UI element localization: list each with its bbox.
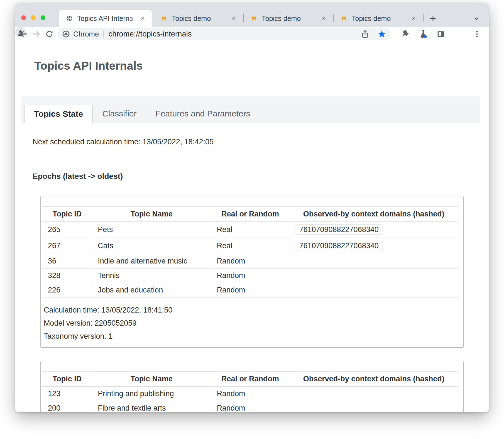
topic-name-cell: Jobs and education xyxy=(92,283,211,297)
calculation-time: Calculation time: 13/05/2022, 18:41:50 xyxy=(44,306,458,314)
topic-id-cell: 265 xyxy=(42,222,92,238)
tab-title: Topics demo xyxy=(352,14,391,23)
topics-tab-box: Topics State Classifier Features and Par… xyxy=(21,96,480,412)
topic-id-cell: 36 xyxy=(42,254,92,269)
omnibox-divider xyxy=(103,31,104,37)
tab-topics-state[interactable]: Topics State xyxy=(24,105,93,123)
table-row: 226Jobs and educationRandom xyxy=(42,283,458,297)
table-row: 328TennisRandom xyxy=(42,269,458,283)
col-real-or-random: Real or Random xyxy=(211,207,289,222)
globe-icon xyxy=(66,15,73,22)
tab-close-icon[interactable] xyxy=(410,14,418,22)
back-button[interactable] xyxy=(18,28,29,40)
tab-close-icon[interactable] xyxy=(230,14,238,22)
col-observed-domains: Observed-by context domains (hashed) xyxy=(289,207,458,222)
table-row: 267CatsReal7610709088227068340 xyxy=(42,238,458,254)
topic-name-cell: Indie and alternative music xyxy=(92,254,211,269)
observed-domains-cell xyxy=(289,254,458,269)
observed-domains-cell: 7610709088227068340 xyxy=(289,238,458,254)
window-minimize-button[interactable] xyxy=(31,15,36,20)
tab-separator xyxy=(423,14,424,22)
topic-name-cell: Tennis xyxy=(92,269,211,283)
topic-name-cell: Pets xyxy=(92,222,211,238)
side-panel-icon[interactable] xyxy=(435,28,446,40)
browser-tab-topics-demo-3[interactable]: Topics demo xyxy=(334,10,423,27)
observed-domains-cell xyxy=(289,387,458,401)
browser-tabstrip: Topics API Internals Topics demo Topics … xyxy=(15,3,489,27)
cat-icon xyxy=(160,15,168,22)
topic-id-cell: 267 xyxy=(42,238,92,254)
share-icon[interactable] xyxy=(360,29,370,39)
hashed-domain-chip: 7610709088227068340 xyxy=(295,241,383,251)
bookmark-star-icon[interactable] xyxy=(377,29,387,39)
table-header-row: Topic ID Topic Name Real or Random Obser… xyxy=(42,372,458,387)
real-or-random-cell: Random xyxy=(211,387,289,401)
browser-tab-topics-demo-1[interactable]: Topics demo xyxy=(154,10,243,27)
forward-button[interactable] xyxy=(31,28,42,40)
url-text: chrome://topics-internals xyxy=(108,30,192,38)
new-tab-button[interactable] xyxy=(428,13,438,23)
menu-dots-icon[interactable] xyxy=(471,28,483,40)
browser-tab-topics-internals[interactable]: Topics API Internals xyxy=(59,10,152,27)
col-topic-name: Topic Name xyxy=(92,372,211,387)
table-row: 265PetsReal7610709088227068340 xyxy=(42,222,458,238)
browser-window: Topics API Internals Topics demo Topics … xyxy=(15,3,489,412)
window-close-button[interactable] xyxy=(21,15,26,20)
real-or-random-cell: Random xyxy=(211,269,289,283)
epochs-heading: Epochs (latest -> oldest) xyxy=(33,172,464,181)
real-or-random-cell: Random xyxy=(211,401,289,413)
table-row: 200Fibre and textile artsRandom xyxy=(42,401,458,413)
epoch-box: Topic ID Topic Name Real or Random Obser… xyxy=(40,196,464,348)
reload-button[interactable] xyxy=(44,28,55,40)
observed-domains-cell xyxy=(289,269,458,283)
epoch-table: Topic ID Topic Name Real or Random Obser… xyxy=(42,206,458,297)
topic-id-cell: 123 xyxy=(42,387,92,401)
real-or-random-cell: Real xyxy=(211,238,289,254)
page-content: Topics API Internals Topics State Classi… xyxy=(15,41,489,412)
topic-id-cell: 328 xyxy=(42,269,92,283)
observed-domains-cell: 7610709088227068340 xyxy=(289,222,458,238)
col-topic-id: Topic ID xyxy=(42,207,92,222)
tab-close-icon[interactable] xyxy=(320,14,328,22)
topic-id-cell: 200 xyxy=(42,401,92,413)
epoch-metadata: Calculation time: 13/05/2022, 18:41:50 M… xyxy=(44,306,458,341)
model-version: Model version: 2205052059 xyxy=(44,319,458,328)
tab-title: Topics demo xyxy=(172,14,211,23)
topic-name-cell: Cats xyxy=(92,238,211,254)
site-chip-label: Chrome xyxy=(73,30,99,38)
tab-title-fade xyxy=(127,14,140,23)
hashed-domain-chip: 7610709088227068340 xyxy=(295,225,383,235)
real-or-random-cell: Random xyxy=(211,283,289,297)
window-zoom-button[interactable] xyxy=(41,15,45,20)
topics-state-panel: Next scheduled calculation time: 13/05/2… xyxy=(21,123,480,412)
address-bar[interactable]: Chrome chrome://topics-internals xyxy=(58,28,391,40)
real-or-random-cell: Random xyxy=(211,254,289,269)
tab-classifier[interactable]: Classifier xyxy=(93,105,146,123)
page-title: Topics API Internals xyxy=(34,59,489,72)
chrome-logo-icon xyxy=(62,30,70,38)
tab-features-and-parameters[interactable]: Features and Parameters xyxy=(146,105,260,123)
topic-id-cell: 226 xyxy=(42,283,92,297)
table-header-row: Topic ID Topic Name Real or Random Obser… xyxy=(42,207,458,222)
col-real-or-random: Real or Random xyxy=(211,372,289,387)
tab-title: Topics API Internals xyxy=(77,14,133,23)
topic-name-cell: Printing and publishing xyxy=(92,387,211,401)
tab-search-chevron-icon[interactable] xyxy=(471,13,481,23)
divider xyxy=(33,158,464,158)
page-tabstrip: Topics State Classifier Features and Par… xyxy=(21,96,480,123)
cat-icon xyxy=(340,15,348,22)
next-calculation-time: Next scheduled calculation time: 13/05/2… xyxy=(33,138,464,146)
observed-domains-cell xyxy=(289,401,458,413)
topic-name-cell: Fibre and textile arts xyxy=(92,401,211,413)
table-row: 36Indie and alternative musicRandom xyxy=(42,254,458,269)
observed-domains-cell xyxy=(289,283,458,297)
browser-tab-topics-demo-2[interactable]: Topics demo xyxy=(244,10,333,27)
epoch-table: Topic ID Topic Name Real or Random Obser… xyxy=(42,371,458,412)
cat-icon xyxy=(250,15,258,22)
tab-close-icon[interactable] xyxy=(139,14,147,22)
experiments-flask-icon[interactable] xyxy=(418,28,429,40)
extensions-puzzle-icon[interactable] xyxy=(400,28,411,40)
browser-toolbar: Chrome chrome://topics-internals xyxy=(15,27,489,41)
col-topic-name: Topic Name xyxy=(92,207,211,222)
taxonomy-version: Taxonomy version: 1 xyxy=(44,332,458,341)
